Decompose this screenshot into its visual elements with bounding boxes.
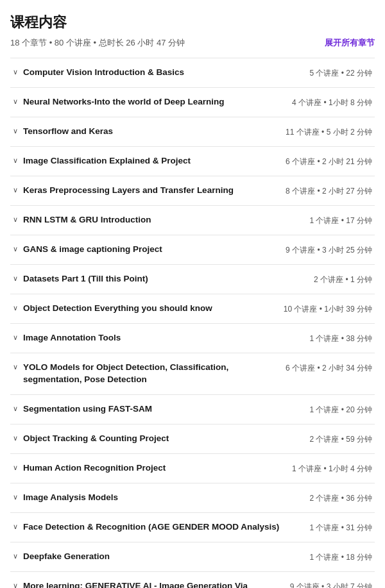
item-title: Image Classification Explained & Project: [23, 155, 191, 167]
course-item[interactable]: ∨Segmentation using FAST-SAM1 个讲座 • 20 分…: [10, 395, 375, 424]
course-item[interactable]: ∨RNN LSTM & GRU Introduction1 个讲座 • 17 分…: [10, 206, 375, 235]
item-left: ∨Tensorflow and Keras: [13, 126, 280, 138]
item-meta: 1 个讲座 • 18 分钟: [309, 552, 372, 563]
item-meta: 11 个讲座 • 5 小时 2 分钟: [286, 127, 372, 138]
chevron-icon: ∨: [13, 464, 18, 472]
item-left: ∨RNN LSTM & GRU Introduction: [13, 214, 304, 226]
item-title: Face Detection & Recognition (AGE GENDER…: [23, 521, 279, 533]
course-item[interactable]: ∨Image Analysis Models2 个讲座 • 36 分钟: [10, 483, 375, 513]
course-item[interactable]: ∨More learning: GENERATIVE AI - Image Ge…: [10, 572, 375, 588]
chevron-icon: ∨: [13, 245, 18, 253]
item-left: ∨Datasets Part 1 (Till this Point): [13, 273, 309, 285]
item-meta: 1 个讲座 • 17 分钟: [309, 215, 372, 226]
chevron-icon: ∨: [13, 156, 18, 165]
item-meta: 9 个讲座 • 3 小时 25 分钟: [286, 245, 372, 256]
chevron-icon: ∨: [13, 363, 18, 371]
item-left: ∨Computer Vision Introduction & Basics: [13, 67, 304, 79]
course-item[interactable]: ∨Datasets Part 1 (Till this Point)2 个讲座 …: [10, 265, 375, 294]
chevron-icon: ∨: [13, 274, 18, 283]
chevron-icon: ∨: [13, 434, 18, 442]
course-item[interactable]: ∨Image Annotation Tools1 个讲座 • 38 分钟: [10, 324, 375, 353]
item-left: ∨Segmentation using FAST-SAM: [13, 403, 304, 416]
item-title: RNN LSTM & GRU Introduction: [23, 214, 151, 226]
item-left: ∨Object Tracking & Counting Project: [13, 433, 304, 445]
course-item[interactable]: ∨Face Detection & Recognition (AGE GENDE…: [10, 513, 375, 542]
item-left: ∨Deepfake Generation: [13, 551, 304, 563]
summary-text: 18 个章节 • 80 个讲座 • 总时长 26 小时 47 分钟: [10, 37, 185, 49]
item-title: GANS & image captioning Project: [23, 244, 162, 256]
expand-all-link[interactable]: 展开所有章节: [325, 37, 375, 49]
item-left: ∨Image Annotation Tools: [13, 332, 304, 344]
chevron-icon: ∨: [13, 97, 18, 106]
item-title: Computer Vision Introduction & Basics: [23, 67, 184, 79]
item-left: ∨GANS & image captioning Project: [13, 244, 280, 256]
item-meta: 10 个讲座 • 1小时 39 分钟: [284, 304, 372, 315]
course-item[interactable]: ∨Keras Preprocessing Layers and Transfer…: [10, 176, 375, 206]
chevron-icon: ∨: [13, 127, 18, 135]
item-title: More learning: GENERATIVE AI - Image Gen…: [23, 580, 285, 588]
chevron-icon: ∨: [13, 304, 18, 312]
item-title: Image Annotation Tools: [23, 332, 121, 344]
item-title: YOLO Models for Object Detection, Classi…: [23, 362, 280, 386]
item-title: Neural Networks-Into the world of Deep L…: [23, 96, 225, 108]
item-meta: 6 个讲座 • 2 小时 21 分钟: [286, 156, 372, 167]
item-meta: 2 个讲座 • 1 分钟: [314, 274, 372, 285]
item-meta: 1 个讲座 • 1小时 4 分钟: [292, 464, 372, 475]
course-item[interactable]: ∨Tensorflow and Keras11 个讲座 • 5 小时 2 分钟: [10, 117, 375, 147]
item-left: ∨Neural Networks-Into the world of Deep …: [13, 96, 287, 108]
chevron-icon: ∨: [13, 523, 18, 531]
item-meta: 8 个讲座 • 2 小时 27 分钟: [286, 186, 372, 197]
item-title: Image Analysis Models: [23, 492, 118, 504]
item-left: ∨Image Classification Explained & Projec…: [13, 155, 280, 167]
course-item[interactable]: ∨Object Detection Everything you should …: [10, 294, 375, 324]
item-meta: 2 个讲座 • 59 分钟: [309, 434, 372, 445]
course-list: ∨Computer Vision Introduction & Basics5 …: [10, 58, 375, 588]
course-item[interactable]: ∨Deepfake Generation1 个讲座 • 18 分钟: [10, 542, 375, 572]
item-left: ∨Face Detection & Recognition (AGE GENDE…: [13, 521, 304, 533]
item-meta: 1 个讲座 • 31 分钟: [309, 523, 372, 533]
chevron-icon: ∨: [13, 215, 18, 224]
item-title: Object Detection Everything you should k…: [23, 303, 212, 315]
chevron-icon: ∨: [13, 405, 18, 413]
page-title: 课程内容: [10, 13, 375, 32]
item-meta: 2 个讲座 • 36 分钟: [309, 493, 372, 504]
item-title: Object Tracking & Counting Project: [23, 433, 169, 445]
item-left: ∨YOLO Models for Object Detection, Class…: [13, 362, 280, 386]
course-item[interactable]: ∨Object Tracking & Counting Project2 个讲座…: [10, 424, 375, 454]
course-item[interactable]: ∨Computer Vision Introduction & Basics5 …: [10, 58, 375, 88]
course-item[interactable]: ∨Human Action Recognition Project1 个讲座 •…: [10, 454, 375, 483]
item-title: Human Action Recognition Project: [23, 462, 166, 475]
item-left: ∨Object Detection Everything you should …: [13, 303, 278, 315]
item-meta: 6 个讲座 • 2 小时 34 分钟: [286, 363, 372, 374]
item-left: ∨More learning: GENERATIVE AI - Image Ge…: [13, 580, 285, 588]
item-meta: 5 个讲座 • 22 分钟: [309, 68, 372, 79]
item-meta: 4 个讲座 • 1小时 8 分钟: [292, 97, 372, 108]
course-item[interactable]: ∨YOLO Models for Object Detection, Class…: [10, 353, 375, 395]
item-meta: 1 个讲座 • 20 分钟: [309, 405, 372, 416]
chevron-icon: ∨: [13, 493, 18, 501]
item-title: Tensorflow and Keras: [23, 126, 113, 138]
item-meta: 1 个讲座 • 38 分钟: [309, 333, 372, 344]
item-left: ∨Human Action Recognition Project: [13, 462, 287, 475]
item-title: Segmentation using FAST-SAM: [23, 403, 152, 416]
course-item[interactable]: ∨Neural Networks-Into the world of Deep …: [10, 88, 375, 117]
item-meta: 9 个讲座 • 3 小时 7 分钟: [290, 582, 372, 588]
item-title: Deepfake Generation: [23, 551, 110, 563]
item-left: ∨Keras Preprocessing Layers and Transfer…: [13, 185, 280, 197]
chevron-icon: ∨: [13, 582, 18, 588]
page-container: 课程内容 18 个章节 • 80 个讲座 • 总时长 26 小时 47 分钟 展…: [0, 0, 385, 588]
chevron-icon: ∨: [13, 552, 18, 560]
chevron-icon: ∨: [13, 333, 18, 342]
chevron-icon: ∨: [13, 186, 18, 194]
course-item[interactable]: ∨GANS & image captioning Project9 个讲座 • …: [10, 235, 375, 265]
chevron-icon: ∨: [13, 68, 18, 76]
summary-row: 18 个章节 • 80 个讲座 • 总时长 26 小时 47 分钟 展开所有章节: [10, 37, 375, 49]
course-item[interactable]: ∨Image Classification Explained & Projec…: [10, 147, 375, 176]
item-title: Datasets Part 1 (Till this Point): [23, 273, 148, 285]
item-title: Keras Preprocessing Layers and Transfer …: [23, 185, 234, 197]
item-left: ∨Image Analysis Models: [13, 492, 304, 504]
